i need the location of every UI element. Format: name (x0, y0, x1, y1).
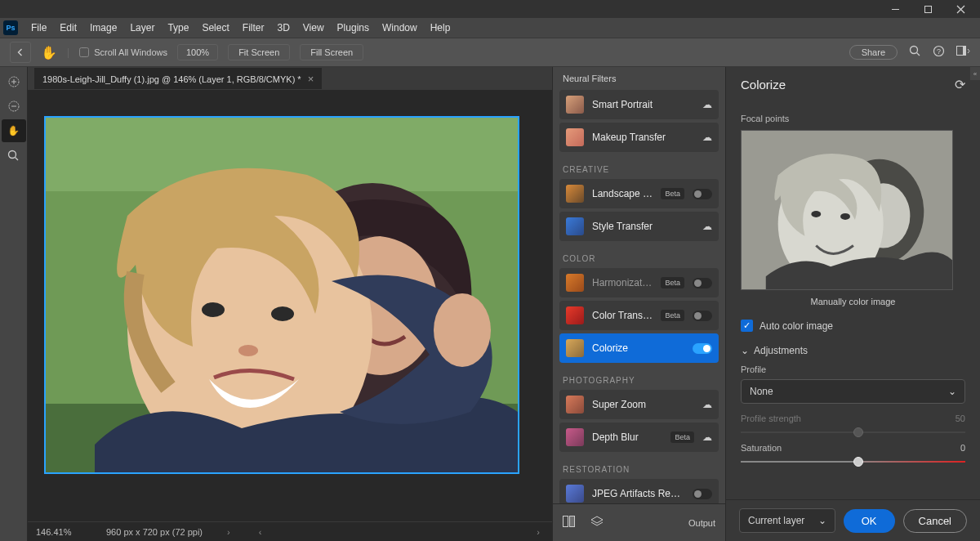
add-tool-icon[interactable] (2, 70, 26, 93)
filter-style-transfer[interactable]: Style Transfer ☁ (559, 212, 719, 241)
svg-rect-9 (957, 47, 966, 56)
filter-smart-portrait[interactable]: Smart Portrait ☁ (559, 90, 719, 119)
status-chevron-icon[interactable]: › (227, 527, 230, 537)
window-maximize-button[interactable] (911, 0, 944, 18)
filter-color-transfer[interactable]: Color Transfer Beta (559, 301, 719, 330)
section-restoration: RESTORATION (559, 455, 719, 479)
menu-window[interactable]: Window (376, 19, 424, 37)
svg-point-7 (934, 47, 944, 56)
svg-marker-32 (591, 516, 603, 523)
filter-super-zoom[interactable]: Super Zoom ☁ (559, 390, 719, 419)
svg-line-2 (957, 6, 964, 13)
layers-icon[interactable] (590, 516, 604, 530)
zoom-tool-icon[interactable] (2, 144, 26, 167)
fill-screen-button[interactable]: Fill Screen (300, 44, 363, 60)
horizontal-scrollbar[interactable]: ‹› (255, 526, 544, 538)
saturation-slider[interactable] (741, 461, 965, 463)
filter-harmonization[interactable]: Harmonization Beta (559, 268, 719, 297)
menu-edit[interactable]: Edit (53, 19, 83, 37)
canvas-image (46, 118, 518, 472)
back-button[interactable] (10, 42, 31, 63)
workspace-switcher-icon[interactable] (956, 46, 970, 59)
search-icon[interactable] (909, 45, 921, 60)
filter-toggle[interactable] (693, 311, 712, 321)
settings-title: Colorize (741, 78, 786, 92)
help-icon[interactable]: ? (933, 45, 945, 60)
svg-point-34 (835, 159, 924, 265)
filter-toggle[interactable] (693, 489, 712, 499)
zoom-percent-field[interactable]: 100% (177, 44, 218, 60)
filter-depth-blur[interactable]: Depth Blur Beta ☁ (559, 423, 719, 452)
filter-landscape-mixer[interactable]: Landscape Mi... Beta (559, 179, 719, 208)
filter-toggle[interactable] (693, 343, 712, 354)
filter-label: Harmonization (592, 277, 653, 288)
cloud-icon: ☁ (702, 132, 712, 143)
neural-filters-panel: Neural Filters Smart Portrait ☁ Makeup T… (552, 67, 725, 541)
ok-button[interactable]: OK (844, 509, 895, 533)
cloud-icon: ☁ (702, 221, 712, 232)
before-after-icon[interactable] (563, 516, 576, 530)
filter-label: Landscape Mi... (592, 188, 653, 199)
scroll-all-windows-checkbox[interactable]: Scroll All Windows (79, 47, 167, 57)
svg-rect-19 (46, 118, 518, 191)
canvas-viewport[interactable] (28, 90, 552, 521)
filter-jpeg-artifacts[interactable]: JPEG Artifacts Removal (559, 479, 719, 503)
filter-toggle[interactable] (693, 278, 712, 288)
filter-colorize[interactable]: Colorize (559, 333, 719, 363)
auto-color-checkbox[interactable]: ✓ Auto color image (741, 320, 965, 332)
document-tab[interactable]: 1980s-Leigh-Jill_Duffy (1).jpg @ 146% (L… (34, 68, 322, 89)
menu-select[interactable]: Select (195, 19, 235, 37)
close-tab-icon[interactable]: × (308, 73, 314, 85)
profile-strength-slider (741, 431, 965, 433)
menu-plugins[interactable]: Plugins (331, 19, 376, 37)
svg-point-35 (857, 183, 910, 248)
status-zoom[interactable]: 146.41% (36, 527, 82, 537)
settings-footer: Current layer ⌄ OK Cancel (726, 499, 980, 541)
document-tab-title: 1980s-Leigh-Jill_Duffy (1).jpg @ 146% (L… (42, 74, 301, 84)
hand-tool-icon[interactable]: ✋ (2, 119, 26, 142)
reset-icon[interactable]: ⟳ (955, 77, 965, 92)
menu-help[interactable]: Help (424, 19, 457, 37)
svg-point-23 (356, 288, 372, 298)
status-bar: 146.41% 960 px x 720 px (72 ppi) › ‹› (28, 521, 552, 541)
profile-strength-label: Profile strength (741, 414, 801, 423)
filter-toggle[interactable] (693, 189, 712, 199)
menu-filter[interactable]: Filter (236, 19, 271, 37)
output-label: Output (688, 518, 715, 528)
right-panel-expand-icon[interactable]: « (970, 67, 980, 80)
share-button[interactable]: Share (849, 45, 898, 60)
filter-label: Style Transfer (592, 221, 694, 232)
profile-dropdown[interactable]: None ⌄ (741, 379, 965, 404)
adjustments-section[interactable]: ⌄ Adjustments (741, 345, 965, 356)
menu-layer[interactable]: Layer (123, 19, 161, 37)
window-minimize-button[interactable] (879, 0, 911, 18)
menu-3d[interactable]: 3D (270, 19, 296, 37)
beta-badge: Beta (670, 431, 694, 443)
output-dropdown[interactable]: Current layer ⌄ (739, 508, 835, 533)
filter-makeup-transfer[interactable]: Makeup Transfer ☁ (559, 123, 719, 152)
filter-label: JPEG Artifacts Removal (592, 488, 684, 499)
section-color: COLOR (559, 244, 719, 268)
filter-label: Makeup Transfer (592, 132, 694, 143)
subtract-tool-icon[interactable] (2, 95, 26, 118)
menu-type[interactable]: Type (161, 19, 195, 37)
focal-points-preview[interactable] (741, 130, 953, 290)
menu-image[interactable]: Image (83, 19, 123, 37)
svg-point-25 (127, 187, 372, 472)
fit-screen-button[interactable]: Fit Screen (228, 44, 290, 60)
window-close-button[interactable] (944, 0, 977, 18)
svg-rect-10 (963, 47, 966, 56)
svg-point-14 (9, 101, 19, 111)
svg-rect-33 (742, 131, 952, 289)
menu-view[interactable]: View (296, 19, 331, 37)
neural-filters-tab[interactable]: Neural Filters (553, 67, 626, 88)
svg-rect-20 (46, 404, 518, 472)
svg-rect-4 (80, 48, 89, 57)
svg-point-28 (238, 345, 258, 356)
filter-label: Colorize (592, 342, 684, 354)
filter-panel-footer: Output (553, 503, 725, 541)
menu-file[interactable]: File (24, 19, 53, 37)
svg-point-38 (840, 213, 850, 220)
saturation-value: 0 (960, 443, 965, 453)
cancel-button[interactable]: Cancel (903, 509, 967, 533)
